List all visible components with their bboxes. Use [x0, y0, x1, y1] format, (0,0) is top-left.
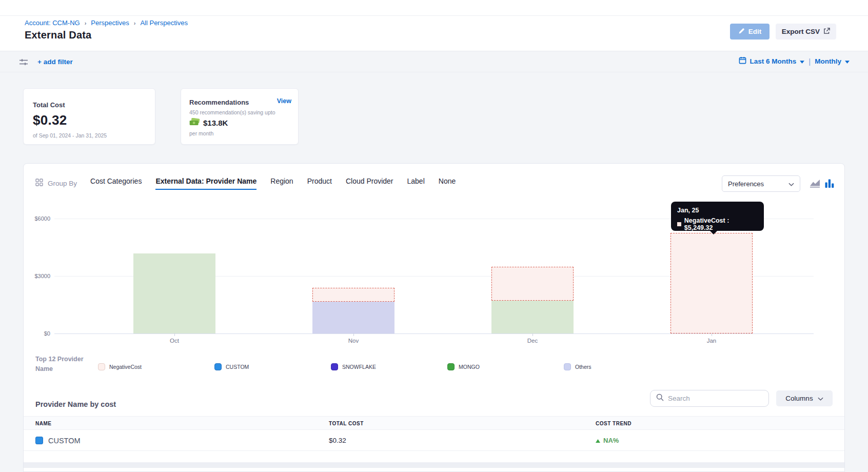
legend-item-snowflake[interactable]: SNOWFLAKE	[331, 360, 447, 375]
total-cost-card: Total Cost $0.32 of Sep 01, 2024 - Jan 3…	[23, 88, 155, 145]
table-header-row: NAME TOTAL COST COST TREND	[24, 416, 844, 430]
tab-product[interactable]: Product	[307, 177, 332, 190]
tab-none[interactable]: None	[439, 177, 456, 190]
search-icon	[656, 394, 664, 403]
filter-sliders-icon[interactable]	[19, 58, 28, 68]
bar-dec	[491, 267, 574, 333]
bar-segment-others[interactable]	[312, 302, 394, 333]
bar-chart-icon[interactable]	[825, 179, 834, 190]
tab-cloud-provider[interactable]: Cloud Provider	[346, 177, 393, 190]
caret-down-icon	[800, 57, 804, 65]
columns-button-label: Columns	[785, 395, 813, 402]
edit-button-label: Edit	[748, 28, 762, 35]
breadcrumb-separator: ›	[134, 20, 136, 26]
time-controls: Last 6 Months | Monthly	[739, 56, 850, 66]
money-icon	[189, 118, 200, 127]
edit-button[interactable]: Edit	[730, 24, 770, 40]
trend-up-icon	[596, 437, 600, 444]
tab-cost-categories[interactable]: Cost Categories	[90, 177, 142, 190]
pencil-icon	[738, 28, 745, 36]
chevron-down-icon	[788, 180, 794, 188]
y-axis-label: $0	[24, 330, 50, 337]
bar-segment-mongo[interactable]	[133, 253, 215, 333]
calendar-icon	[739, 56, 746, 66]
tooltip-pointer	[710, 231, 717, 234]
x-axis-label: Nov	[312, 338, 394, 344]
legend-label: Others	[575, 364, 591, 370]
header-divider	[0, 15, 868, 16]
column-header-cost-trend: COST TREND	[596, 421, 632, 426]
group-by-tabs: Cost Categories External Data: Provider …	[90, 177, 456, 190]
recommendations-amount: $13.8K	[203, 119, 228, 127]
legend-swatch	[447, 363, 455, 370]
group-by-label: Group By	[48, 180, 77, 187]
bar-segment-negativecost[interactable]	[491, 267, 574, 301]
row-name: CUSTOM	[48, 437, 81, 445]
legend-label: NegativeCost	[109, 364, 142, 370]
area-chart-icon[interactable]	[810, 179, 821, 190]
breadcrumb-separator: ›	[85, 20, 87, 26]
tooltip-entry: NegativeCost : $5,249.32	[684, 217, 758, 231]
breadcrumb: Account: CCM-NG › Perspectives › All Per…	[25, 19, 188, 27]
legend-item-mongo[interactable]: MONGO	[447, 360, 564, 375]
recommendations-label: Recommendations	[189, 99, 291, 106]
y-axis-label: $6000	[24, 215, 50, 222]
legend-swatch	[98, 363, 105, 370]
page-title: External Data	[25, 29, 91, 41]
breadcrumb-link-account[interactable]: Account: CCM-NG	[25, 19, 80, 27]
export-csv-label: Export CSV	[782, 28, 820, 35]
x-axis-label: Dec	[491, 338, 574, 344]
row-trend: NA%	[603, 437, 619, 444]
bar-segment-mongo[interactable]	[491, 301, 574, 333]
table-next-row-strip	[24, 462, 844, 468]
export-csv-button[interactable]: Export CSV	[776, 24, 836, 40]
y-axis-label: $3000	[24, 273, 50, 279]
column-header-name: NAME	[35, 421, 51, 426]
breadcrumb-link-perspectives[interactable]: Perspectives	[91, 19, 129, 27]
granularity-selector[interactable]: Monthly	[815, 57, 850, 65]
tab-label[interactable]: Label	[407, 177, 425, 190]
search-box[interactable]	[650, 390, 769, 407]
x-axis-tick	[712, 333, 712, 336]
legend-swatch	[564, 363, 571, 370]
add-filter-button[interactable]: + add filter	[37, 58, 73, 66]
columns-button[interactable]: Columns	[776, 390, 833, 406]
chart-tooltip: Jan, 25 NegativeCost : $5,249.32	[671, 202, 764, 231]
bar-segment-negativecost[interactable]	[312, 288, 394, 302]
filter-bar: + add filter Last 6 Months | Monthly	[0, 52, 868, 72]
legend-label: SNOWFLAKE	[342, 364, 376, 370]
chevron-down-icon	[818, 395, 823, 402]
legend-item-custom[interactable]: CUSTOM	[214, 360, 331, 375]
legend-item-negativecost[interactable]: NegativeCost	[98, 360, 214, 375]
legend-label: MONGO	[459, 364, 480, 370]
row-swatch	[35, 437, 43, 444]
bar-oct	[133, 253, 215, 333]
bar-jan	[670, 233, 753, 333]
preferences-label: Preferences	[728, 180, 764, 188]
search-input[interactable]	[668, 395, 763, 402]
perspective-panel: Group By Cost Categories External Data: …	[23, 163, 845, 472]
caret-down-icon	[845, 57, 850, 65]
x-axis-label: Jan	[670, 338, 753, 344]
view-recommendations-link[interactable]: View	[277, 97, 291, 105]
preferences-dropdown[interactable]: Preferences	[722, 175, 800, 192]
legend-title: Top 12 Provider Name	[35, 355, 93, 375]
cost-chart: $6000 $3000 $0 Oct Nov Dec Jan Jan, 25 N…	[24, 195, 844, 344]
table-row[interactable]: CUSTOM $0.32 NA%	[24, 430, 844, 451]
date-range-selector[interactable]: Last 6 Months	[739, 56, 805, 66]
total-cost-value: $0.32	[33, 112, 146, 128]
date-range-value: Last 6 Months	[750, 57, 797, 65]
tooltip-title: Jan, 25	[677, 207, 758, 214]
total-cost-period: of Sep 01, 2024 - Jan 31, 2025	[33, 132, 146, 139]
breadcrumb-link-all-perspectives[interactable]: All Perspectives	[140, 19, 187, 27]
legend-swatch	[331, 363, 338, 370]
group-by-icon	[35, 179, 43, 188]
tab-external-data-provider-name[interactable]: External Data: Provider Name	[155, 177, 257, 190]
filter-divider: |	[808, 57, 811, 66]
x-axis-tick	[532, 333, 533, 336]
bar-segment-negativecost[interactable]	[670, 233, 753, 333]
legend-item-others[interactable]: Others	[564, 360, 680, 375]
external-link-icon	[823, 28, 830, 36]
tab-region[interactable]: Region	[270, 177, 293, 190]
x-axis-tick	[174, 333, 175, 336]
